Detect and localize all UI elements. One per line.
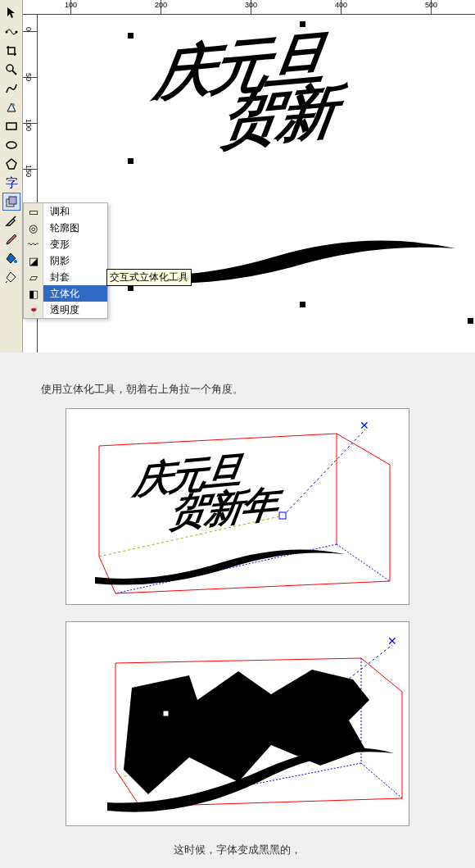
svg-rect-26 [163,711,169,716]
svg-line-15 [283,429,365,516]
svg-rect-17 [279,512,286,519]
ruler-tick: 300 [245,1,257,9]
flyout-icon-column: ▭ ◎ 〰 ◪ ▱ ◧ 🍷 [24,203,43,318]
figure-svg-2: ✕ [66,622,410,827]
ruler-tick: 0 [25,27,33,31]
svg-line-3 [12,70,16,75]
crop-tool[interactable] [2,42,20,60]
flyout-item-shadow[interactable]: 阴影 [43,252,107,269]
polygon-tool[interactable] [2,155,20,173]
interactive-tool[interactable] [2,193,20,211]
interactive-fill-tool[interactable] [2,268,20,286]
svg-rect-5 [7,123,16,130]
smart-tool[interactable] [2,98,20,116]
flyout-item-distort[interactable]: 变形 [43,236,107,252]
ruler-tick: 50 [25,73,33,81]
flyout-item-blend[interactable]: 调和 [43,203,107,220]
horizontal-ruler: 100 200 300 400 500 [23,0,475,15]
selection-handle[interactable] [300,21,305,27]
selection-handle[interactable] [128,285,133,291]
rectangle-tool[interactable] [2,117,20,135]
ruler-tick: 400 [335,1,347,9]
zoom-tool[interactable] [2,61,20,79]
svg-point-2 [7,65,13,71]
selection-handle[interactable] [128,33,133,39]
svg-line-21 [361,763,402,798]
ruler-tick: 100 [25,119,33,131]
tooltip: 交互式立体化工具 [106,269,192,286]
tutorial-body: 使用立体化工具，朝着右上角拉一个角度。 ✕ 庆元旦 贺新年 [0,352,475,868]
svg-text:✕: ✕ [360,419,369,432]
tutorial-step-text: 使用立体化工具，朝着右上角拉一个角度。 [41,382,434,397]
flyout-item-contour[interactable]: 轮廓图 [43,220,107,236]
text-tool[interactable]: 字 [2,174,20,192]
distort-icon: 〰 [24,236,43,252]
transparency-icon: 🍷 [24,302,43,318]
ruler-tick: 100 [65,1,77,9]
ruler-tick: 500 [425,1,437,9]
svg-point-0 [6,31,8,34]
eyedropper-tool[interactable] [2,211,20,229]
figure-extrude-applied: ✕ 庆元旦 贺新年 [66,408,409,605]
toolbox: 字 [0,0,23,352]
flyout-list: 调和 轮廓图 变形 阴影 封套 立体化 透明度 [43,203,107,318]
artwork-text[interactable]: 庆元旦 贺新 [145,31,345,153]
pick-tool[interactable] [2,4,20,22]
text-line-2: 贺新 [219,84,337,148]
flyout-item-transparency[interactable]: 透明度 [43,302,107,318]
fig-swoosh [66,544,410,593]
svg-text:✕: ✕ [387,634,397,648]
editor-window: 字 100 200 300 400 500 0 50 100 150 200 庆… [0,0,475,352]
fill-tool[interactable] [2,249,20,267]
envelope-icon: ▱ [24,269,43,285]
tutorial-step-text-2: 这时候，字体变成黑黑的， [41,843,434,857]
flyout-item-extrude[interactable]: 立体化 [43,285,107,302]
svg-point-9 [14,260,17,263]
svg-point-6 [7,142,16,148]
svg-rect-8 [9,197,16,204]
ellipse-tool[interactable] [2,136,20,154]
selection-handle[interactable] [128,158,133,164]
selection-handle[interactable] [300,302,305,307]
fig-text-line2: 贺新年 [168,486,278,531]
blend-icon: ▭ [24,203,43,220]
ruler-tick: 150 [25,165,33,177]
freehand-tool[interactable] [2,80,20,98]
figure-extrude-result: ✕ [66,621,409,826]
interactive-tool-flyout: ▭ ◎ 〰 ◪ ▱ ◧ 🍷 调和 轮廓图 变形 阴影 封套 立体化 透明度 [23,202,108,319]
ruler-tick: 200 [155,1,167,9]
extrude-icon: ◧ [24,285,43,302]
shadow-icon: ◪ [24,252,43,269]
svg-point-1 [16,31,18,34]
shape-tool[interactable] [2,23,20,41]
selection-handle[interactable] [468,318,473,324]
svg-point-4 [11,103,15,107]
contour-icon: ◎ [24,220,43,236]
outline-tool[interactable] [2,230,20,248]
flyout-item-envelope[interactable]: 封套 [43,269,107,285]
